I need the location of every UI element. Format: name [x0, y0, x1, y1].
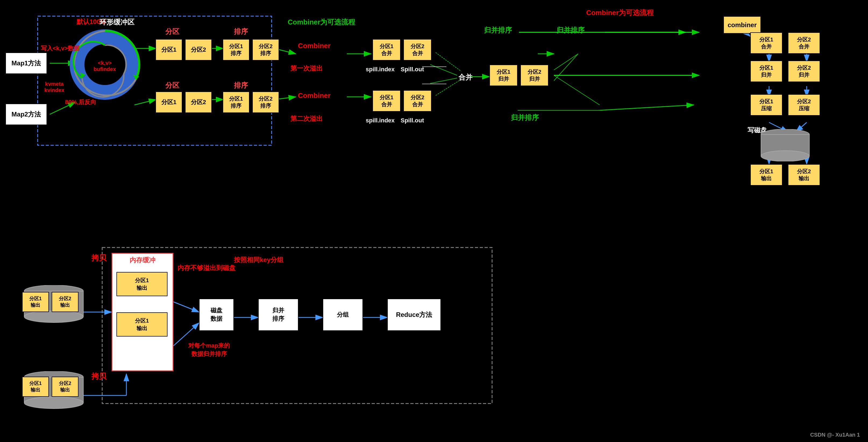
map2-label: Map2方法	[11, 110, 41, 119]
map2-method-box: Map2方法	[5, 104, 47, 125]
reduce-method-box: Reduce方法	[387, 299, 441, 331]
output2-top-right: 分区2输出	[788, 164, 820, 186]
sort-label-1-text: 排序	[234, 27, 248, 35]
copy-label-2: 拷贝	[91, 371, 106, 381]
tr-merge1: 分区1合并	[750, 32, 782, 54]
svg-line-28	[436, 53, 461, 71]
memory-buffer-area: 内存缓冲 分区1输出 分区1输出	[112, 253, 174, 371]
svg-line-45	[554, 75, 600, 105]
disk-data-box: 磁盘数据	[199, 299, 234, 331]
percent80-label: 80%,后反向	[65, 98, 96, 106]
output2-mid: 分区2输出	[52, 292, 79, 312]
output2-bottom: 分区2输出	[52, 377, 79, 397]
group-text: 分组	[337, 311, 349, 319]
merge1-box-row1: 分区1合并	[372, 39, 401, 61]
partition2-box-row2: 分区2	[185, 91, 212, 113]
tr-compress1: 分区1压缩	[750, 94, 782, 116]
merge-sort-bottom-box: 归并排序	[258, 299, 299, 331]
combiner-optional-1-text: Combiner为可选流程	[288, 18, 355, 26]
svg-line-12	[430, 65, 457, 75]
map1-method-box: Map1方法	[5, 53, 47, 74]
each-map-merge-label: 对每个map来的数据归并排序	[188, 342, 230, 358]
merge1-box-row2: 分区1合并	[372, 90, 401, 112]
map1-label: Map1方法	[11, 59, 41, 67]
merge-sort-label-1: 归并排序	[484, 26, 512, 35]
spill-out-2-text: Spill.out	[401, 117, 424, 124]
copy-1-text: 拷贝	[91, 254, 106, 262]
spill-index-1: spill.index	[366, 66, 395, 73]
mem-output1: 分区1输出	[117, 272, 167, 296]
svg-point-59	[24, 311, 83, 323]
csdn-label-text: CSDN @- Xu1Aan 1	[810, 432, 860, 438]
spill-index-1-text: spill.index	[366, 66, 395, 72]
svg-line-29	[436, 79, 461, 95]
sort2-box-row2: 分区2排序	[252, 91, 279, 113]
sort1-box-row2: 分区1排序	[223, 91, 250, 113]
svg-point-62	[24, 397, 83, 409]
merge-sort-top-right: 归并排序	[557, 26, 585, 35]
buffer-text: 环形缓冲区	[99, 18, 134, 26]
spill-index-2-text: spill.index	[366, 117, 395, 124]
copy-2-text: 拷贝	[91, 372, 106, 380]
kv-bufindex-label: <k,v> bufindex	[94, 54, 116, 72]
output1-mid: 分区1输出	[22, 292, 49, 312]
spill-out-1-text: Spill.out	[401, 66, 424, 72]
output1-bottom: 分区1输出	[22, 377, 49, 397]
svg-line-31	[554, 54, 578, 81]
sort2-box-row1: 分区2排序	[252, 39, 279, 61]
first-spill-label: 第一次溢出	[290, 64, 323, 72]
spill-index-2: spill.index	[366, 117, 395, 124]
merge-sort-2-text: 归并排序	[511, 114, 539, 122]
tr-merge2: 分区2合并	[788, 32, 820, 54]
svg-line-30	[554, 54, 578, 70]
group-box: 分组	[323, 299, 363, 331]
sort-label-2: 排序	[234, 81, 248, 90]
kv-bufindex-text: <k,v> bufindex	[94, 60, 116, 72]
partition1-box-row1: 分区1	[155, 39, 182, 61]
second-spill-text: 第二次溢出	[290, 115, 323, 122]
combiner-top-text: combiner	[727, 21, 757, 29]
group-by-key-label: 按照相同key分组	[234, 256, 283, 264]
merge-sort-label-2: 归并排序	[511, 113, 539, 122]
merge-归并-box1: 分区1归并	[489, 65, 518, 86]
combiner-top-box: combiner	[723, 16, 761, 34]
svg-line-47	[600, 105, 694, 110]
cylinder-top-right	[758, 129, 812, 161]
partition2-box-row1: 分区2	[185, 39, 212, 61]
kvmeta-label: kvmeta kvindex	[44, 75, 64, 93]
spill-out-1: Spill.out	[401, 66, 424, 73]
reduce-method-text: Reduce方法	[396, 311, 432, 319]
write-kv-label: 写入<k,v>数据	[41, 45, 80, 53]
first-spill-text: 第一次溢出	[290, 65, 323, 72]
memory-spill-text: 内存不够溢出到磁盘	[178, 264, 236, 271]
merge2-box-row1: 分区2合并	[403, 39, 432, 61]
memory-buffer-title: 内存缓冲	[113, 254, 173, 267]
output1-top-right: 分区1输出	[750, 164, 782, 186]
sort-label-1: 排序	[234, 27, 248, 36]
combiner-optional-1: Combiner为可选流程	[288, 18, 355, 27]
write-kv-text: 写入<k,v>数据	[41, 45, 80, 52]
svg-point-56	[761, 151, 809, 161]
partition-label-2: 分区	[165, 81, 179, 90]
tr-归并1: 分区1归并	[750, 61, 782, 82]
diagram-container: Map1方法 Map2方法 默认100M 环形缓冲区	[0, 0, 868, 442]
tr-compress2: 分区2压缩	[788, 94, 820, 116]
mem-output2: 分区1输出	[117, 312, 167, 336]
sort1-box-row1: 分区1排序	[223, 39, 250, 61]
partition1-box-row2: 分区1	[155, 91, 182, 113]
kvmeta-text: kvmeta kvindex	[44, 81, 64, 93]
combiner-label-1: Combiner	[298, 42, 331, 50]
merge-label-text: 合并	[459, 73, 472, 81]
svg-line-13	[430, 78, 457, 83]
sort-label-2-text: 排序	[234, 81, 248, 89]
combiner-label-2: Combiner	[298, 91, 331, 100]
partition-label-1: 分区	[165, 27, 179, 36]
svg-line-19	[172, 301, 199, 312]
merge-归并-box2: 分区2归并	[520, 65, 549, 86]
group-by-key-text: 按照相同key分组	[234, 256, 283, 263]
memory-spill-label: 内存不够溢出到磁盘	[178, 264, 236, 272]
csdn-label: CSDN @- Xu1Aan 1	[810, 432, 860, 438]
copy-label-1: 拷贝	[91, 253, 106, 263]
partition-label-1-text: 分区	[165, 27, 179, 35]
combiner-optional-2: Combiner为可选流程	[586, 8, 654, 18]
